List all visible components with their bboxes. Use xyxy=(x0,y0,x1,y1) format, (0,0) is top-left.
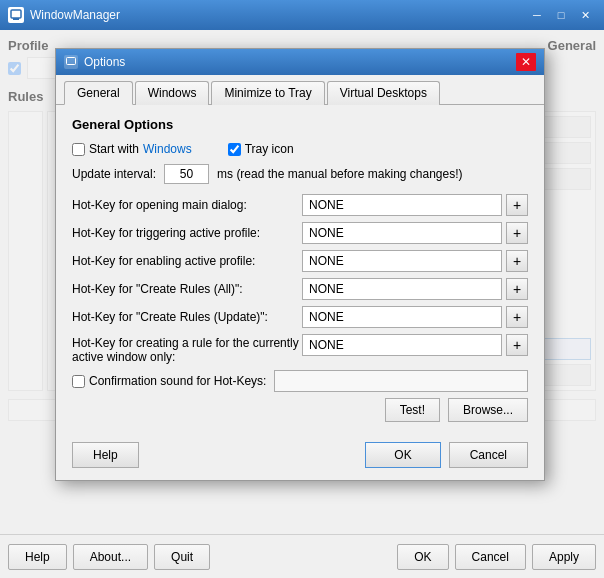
confirm-sound-label[interactable]: Confirmation sound for Hot-Keys: xyxy=(72,374,266,388)
hotkey-label-4: Hot-Key for "Create Rules (Update)": xyxy=(72,310,302,324)
hotkey-row-2: Hot-Key for enabling active profile: + xyxy=(72,250,528,272)
tray-icon-label[interactable]: Tray icon xyxy=(228,142,294,156)
test-button[interactable]: Test! xyxy=(385,398,440,422)
start-with-windows-checkbox[interactable] xyxy=(72,143,85,156)
titlebar-controls: ─ □ ✕ xyxy=(526,6,596,24)
hotkey-input-5[interactable] xyxy=(302,334,502,356)
dialog-icon xyxy=(64,55,78,69)
tray-icon-text: Tray icon xyxy=(245,142,294,156)
hotkey-input-1[interactable] xyxy=(302,222,502,244)
tabs-container: General Windows Minimize to Tray Virtual… xyxy=(56,75,544,105)
hotkey-plus-5[interactable]: + xyxy=(506,334,528,356)
update-interval-input[interactable] xyxy=(164,164,209,184)
confirm-sound-checkbox[interactable] xyxy=(72,375,85,388)
close-button[interactable]: ✕ xyxy=(574,6,596,24)
hotkey-row-1: Hot-Key for triggering active profile: + xyxy=(72,222,528,244)
svg-rect-1 xyxy=(13,18,19,20)
hotkey-plus-3[interactable]: + xyxy=(506,278,528,300)
general-label: General xyxy=(548,38,596,53)
hotkey-field-3: + xyxy=(302,278,528,300)
hotkey-label-1: Hot-Key for triggering active profile: xyxy=(72,226,302,240)
hotkey-row-5: Hot-Key for creating a rule for the curr… xyxy=(72,334,528,364)
hotkey-field-0: + xyxy=(302,194,528,216)
hotkey-input-3[interactable] xyxy=(302,278,502,300)
tab-windows[interactable]: Windows xyxy=(135,81,210,105)
hotkey-field-1: + xyxy=(302,222,528,244)
options-dialog: Options ✕ General Windows Minimize to Tr… xyxy=(55,48,545,481)
main-bottombar: Help About... Quit OK Cancel Apply xyxy=(0,534,604,578)
dialog-title: Options xyxy=(84,55,516,69)
hotkey-row-0: Hot-Key for opening main dialog: + xyxy=(72,194,528,216)
hotkey-plus-0[interactable]: + xyxy=(506,194,528,216)
quit-button[interactable]: Quit xyxy=(154,544,210,570)
hotkey-input-0[interactable] xyxy=(302,194,502,216)
confirm-sound-text: Confirmation sound for Hot-Keys: xyxy=(89,374,266,388)
maximize-button[interactable]: □ xyxy=(550,6,572,24)
hotkey-field-2: + xyxy=(302,250,528,272)
start-with-label: Start with xyxy=(89,142,139,156)
update-interval-suffix: ms (read the manual before making change… xyxy=(217,167,462,181)
hotkey-plus-2[interactable]: + xyxy=(506,250,528,272)
hotkey-label-3: Hot-Key for "Create Rules (All)": xyxy=(72,282,302,296)
hotkeys-container: Hot-Key for opening main dialog: + Hot-K… xyxy=(72,194,528,364)
main-window: WindowManager ─ □ ✕ Profile General Rule… xyxy=(0,0,604,578)
confirm-sound-input xyxy=(274,370,528,392)
hotkey-plus-4[interactable]: + xyxy=(506,306,528,328)
svg-rect-2 xyxy=(67,58,76,65)
cancel-button[interactable]: Cancel xyxy=(455,544,526,570)
apply-button[interactable]: Apply xyxy=(532,544,596,570)
tray-icon-checkbox[interactable] xyxy=(228,143,241,156)
windows-link[interactable]: Windows xyxy=(143,142,192,156)
hotkey-field-5: + xyxy=(302,334,528,356)
help-button[interactable]: Help xyxy=(8,544,67,570)
dialog-titlebar: Options ✕ xyxy=(56,49,544,75)
dialog-footer: Help OK Cancel xyxy=(56,434,544,480)
confirm-sound-row: Confirmation sound for Hot-Keys: xyxy=(72,370,528,392)
hotkey-label-0: Hot-Key for opening main dialog: xyxy=(72,198,302,212)
hotkey-field-4: + xyxy=(302,306,528,328)
tab-minimize-to-tray[interactable]: Minimize to Tray xyxy=(211,81,324,105)
hotkey-input-4[interactable] xyxy=(302,306,502,328)
hotkey-input-2[interactable] xyxy=(302,250,502,272)
hotkey-label-2: Hot-Key for enabling active profile: xyxy=(72,254,302,268)
tab-virtual-desktops[interactable]: Virtual Desktops xyxy=(327,81,440,105)
hotkey-label-5: Hot-Key for creating a rule for the curr… xyxy=(72,334,302,364)
dialog-close-button[interactable]: ✕ xyxy=(516,53,536,71)
hotkey-plus-1[interactable]: + xyxy=(506,222,528,244)
hotkey-row-4: Hot-Key for "Create Rules (Update)": + xyxy=(72,306,528,328)
options-row-1: Start with Windows Tray icon xyxy=(72,142,528,156)
about-button[interactable]: About... xyxy=(73,544,148,570)
dialog-ok-button[interactable]: OK xyxy=(365,442,440,468)
dialog-cancel-button[interactable]: Cancel xyxy=(449,442,528,468)
ok-button[interactable]: OK xyxy=(397,544,448,570)
dialog-body: General Options Start with Windows Tray … xyxy=(56,105,544,434)
browse-button[interactable]: Browse... xyxy=(448,398,528,422)
dialog-help-button[interactable]: Help xyxy=(72,442,139,468)
svg-rect-0 xyxy=(11,10,21,18)
hotkey-row-3: Hot-Key for "Create Rules (All)": + xyxy=(72,278,528,300)
app-icon xyxy=(8,7,24,23)
update-interval-label: Update interval: xyxy=(72,167,156,181)
bg-checkbox xyxy=(8,62,21,75)
browse-row: Test! Browse... xyxy=(72,398,528,422)
rules-label-bg: Rules xyxy=(8,89,43,104)
main-titlebar: WindowManager ─ □ ✕ xyxy=(0,0,604,30)
section-title: General Options xyxy=(72,117,528,132)
update-interval-row: Update interval: ms (read the manual bef… xyxy=(72,164,528,184)
main-title: WindowManager xyxy=(30,8,526,22)
start-with-windows-label[interactable]: Start with Windows xyxy=(72,142,192,156)
tab-general[interactable]: General xyxy=(64,81,133,105)
minimize-button[interactable]: ─ xyxy=(526,6,548,24)
profile-label: Profile xyxy=(8,38,48,53)
